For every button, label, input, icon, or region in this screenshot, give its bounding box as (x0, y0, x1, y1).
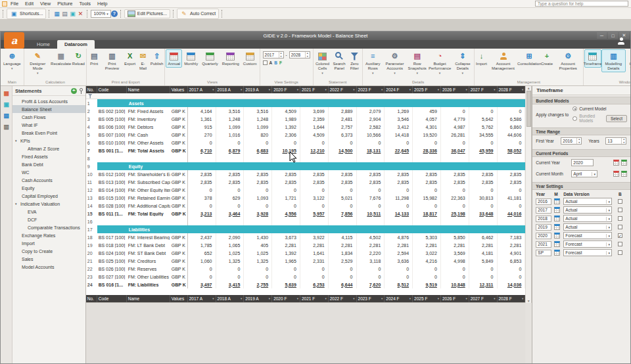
annual-button[interactable]: Annual (166, 49, 182, 68)
calendar-icon[interactable] (554, 216, 560, 221)
grid-cell[interactable]: 1,721 (272, 194, 300, 202)
column-header-2028-f[interactable]: 2028 F▾ (498, 86, 526, 93)
grid-cell[interactable]: 2,835 (385, 170, 413, 178)
grid-cell[interactable]: 0 (413, 273, 441, 281)
grid-cell[interactable]: 0 (329, 139, 357, 147)
grid-cell[interactable]: 3,464 (216, 210, 245, 217)
grid-cell[interactable]: 0 (385, 202, 413, 210)
grid-cell[interactable]: 0 (244, 139, 272, 147)
grid-cell[interactable]: 2,220 (357, 249, 385, 257)
grid-cell[interactable] (498, 217, 526, 225)
grid-cell[interactable]: 3,412 (385, 123, 413, 131)
b-checkbox[interactable] (618, 208, 622, 212)
grid-cell[interactable]: 4,164 (188, 107, 216, 115)
grid-cell[interactable]: 0 (188, 202, 216, 210)
filter-arrow-icon[interactable]: ▾ (353, 88, 354, 91)
column-header-2023-f[interactable]: 2023 F▾ (357, 295, 385, 302)
data-version-select[interactable]: Actual▾ (563, 223, 612, 231)
column-header-values[interactable]: Values (170, 295, 188, 302)
grid-cell[interactable]: 2,281 (413, 241, 441, 249)
grid-cell[interactable]: 4,502 (357, 233, 385, 241)
grid-cell[interactable] (216, 217, 245, 225)
spinner-arrows-icon[interactable]: ▲▼ (305, 52, 310, 57)
question-box[interactable]: Type a question for help (535, 1, 628, 7)
menu-view[interactable]: View (37, 1, 54, 7)
grid-row[interactable]: 3BS 005 [100]FM: InventoryGBP K1,3611,24… (86, 115, 526, 123)
grid-cell[interactable]: 6,373 (329, 131, 357, 139)
grid-cell[interactable]: 0 (216, 139, 245, 147)
timeframe-button[interactable]: Timeframe (584, 49, 601, 68)
flag-b[interactable]: B (274, 60, 277, 65)
grid-cell[interactable]: 4,901 (498, 249, 526, 257)
sidebar-item-indicative-valuation[interactable]: ▾Indicative Valuation (12, 200, 85, 208)
grid-cell[interactable]: 22,363 (441, 194, 469, 202)
sidebar-item-cash-flows[interactable]: Cash Flows (12, 113, 85, 121)
filter-arrow-icon[interactable]: ▾ (297, 88, 298, 91)
grid-cell[interactable]: 0 (272, 186, 300, 194)
grid-cell[interactable]: 3,122 (300, 194, 329, 202)
data-version-select[interactable]: Forecast▾ (563, 232, 612, 239)
grid-cell[interactable]: 6,879 (216, 147, 245, 154)
grid-cell[interactable] (300, 154, 329, 162)
toolbar-grip[interactable] (173, 10, 174, 18)
column-header-name[interactable]: Name (127, 86, 170, 93)
grid-row[interactable]: 5BS 007 [100]FM: CashGBP K2701,0168202,3… (86, 131, 526, 139)
reload-button[interactable]: ↻Reload (72, 49, 86, 68)
grid-cell[interactable]: 0 (385, 273, 413, 281)
filter-arrow-icon[interactable]: ▾ (212, 88, 214, 91)
grid-row[interactable]: 12BS 014 [100]FM: Other Equity ItemsGBP … (86, 186, 526, 194)
grid-row[interactable]: 6BS 010 [100]FM: Other AssetsGBP K000000… (86, 139, 526, 147)
grid-cell[interactable]: 2,835 (357, 178, 385, 186)
grid-cell[interactable]: 1,965 (272, 257, 300, 265)
menu-picture[interactable]: Picture (54, 1, 76, 7)
grid-cell[interactable]: 8,512 (385, 281, 413, 288)
rail-icon-book[interactable]: ▤ (2, 112, 10, 120)
grid-cell[interactable]: 3,022 (413, 249, 441, 257)
grid-cell[interactable]: 0 (385, 139, 413, 147)
b-checkbox[interactable] (618, 242, 622, 246)
grid-cell[interactable]: 0 (441, 265, 469, 273)
calendar-icon[interactable] (613, 160, 619, 166)
grid-cell[interactable]: 0 (469, 107, 498, 115)
grid-cell[interactable] (216, 154, 245, 162)
filter-arrow-icon[interactable]: ▾ (381, 88, 383, 91)
sidebar-item-eva[interactable]: EVA (12, 208, 85, 216)
grid-cell[interactable]: 0 (300, 202, 329, 210)
calendar-icon[interactable] (613, 171, 619, 177)
grid-cell[interactable]: 2,281 (498, 241, 526, 249)
grid-cell[interactable]: 6,586 (498, 115, 526, 123)
filter-arrow-icon[interactable]: ▾ (409, 88, 411, 91)
current-month-select[interactable]: April ▾ (571, 170, 597, 177)
grid-cell[interactable]: 0 (441, 139, 469, 147)
spinner-arrows-icon[interactable]: ▲▼ (279, 52, 283, 57)
grid-cell[interactable]: 2,835 (272, 170, 300, 178)
year-input[interactable]: 2018 (536, 216, 551, 222)
filter-arrow-icon[interactable]: ▾ (241, 88, 242, 91)
grid-cell[interactable]: 0 (498, 139, 526, 147)
grid-cell[interactable]: 2,281 (469, 241, 498, 249)
sidebar-item-model-accounts[interactable]: Model Accounts (12, 263, 85, 271)
grid-cell[interactable]: 0 (357, 273, 385, 281)
grid-row[interactable]: 2BS 002 [100]FM: Fixed AssetsGBP K4,1643… (86, 107, 526, 115)
sidebar-item-copy-to-create[interactable]: Copy to Create (12, 247, 85, 255)
parameter-accounts-button[interactable]: ⚙Parameter Accounts▾ (383, 49, 408, 77)
grid-row[interactable]: 18BS 017 [100]FM: Interest Bearing DebtG… (86, 233, 526, 241)
recalculate-button[interactable]: ▦Recalculate (51, 49, 72, 68)
grid-cell[interactable]: 1,248 (244, 115, 272, 123)
sidebar-item-balance-sheet[interactable]: Balance Sheet (12, 105, 85, 113)
grid-cell[interactable]: 2,594 (385, 249, 413, 257)
grid-cell[interactable]: 2,090 (216, 233, 245, 241)
calendar-icon[interactable] (554, 207, 560, 213)
grid-cell[interactable]: 0 (188, 139, 216, 147)
account-properties-button[interactable]: ⚙Account Properties (553, 49, 582, 72)
filter-arrow-icon[interactable]: ▾ (353, 297, 354, 300)
modelling-details-button[interactable]: ▥Modelling Details (601, 49, 626, 72)
column-header-2021-f[interactable]: 2021 F▾ (300, 86, 329, 93)
grid-cell[interactable]: 1,065 (216, 241, 245, 249)
grid-cell[interactable]: 0 (188, 265, 216, 273)
grid-cell[interactable]: 0 (441, 186, 469, 194)
grid-cell[interactable]: 0 (188, 273, 216, 281)
grid-cell[interactable] (357, 154, 385, 162)
filter-arrow-icon[interactable]: ▾ (522, 297, 523, 300)
consolidation-button[interactable]: ⊞Consolidation (519, 49, 540, 68)
